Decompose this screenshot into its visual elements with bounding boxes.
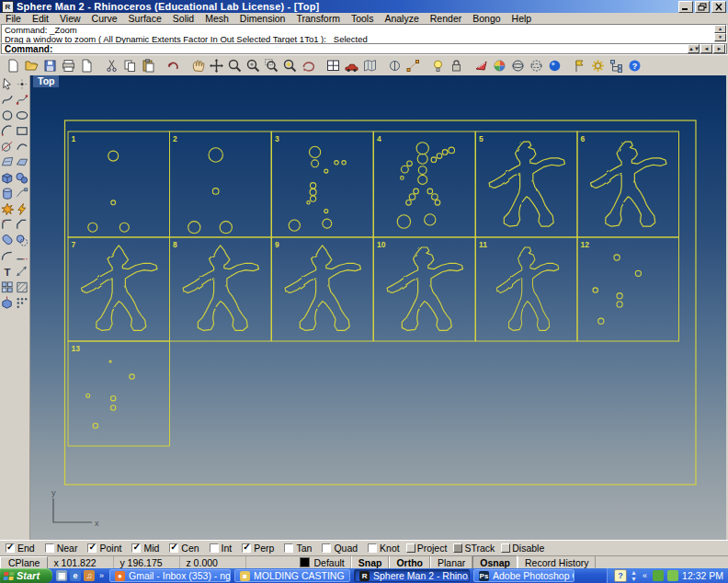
copy-icon[interactable]	[120, 57, 139, 74]
arc-icon[interactable]	[0, 123, 15, 139]
status-toggle-snap[interactable]: Snap	[351, 556, 390, 569]
save-icon[interactable]	[40, 57, 59, 74]
sphere-wire-icon[interactable]	[508, 57, 527, 74]
scroll-up-icon[interactable]: ▲	[714, 25, 726, 33]
left-arrow-icon[interactable]: ◄	[700, 44, 712, 53]
checkbox-int[interactable]	[210, 543, 219, 553]
cut-icon[interactable]	[102, 57, 120, 74]
command-history[interactable]: Command: _ZoomDrag a window to zoom ( Al…	[1, 24, 727, 43]
menu-dimension[interactable]: Dimension	[234, 13, 291, 24]
options-icon[interactable]	[588, 57, 607, 74]
scroll-down-icon[interactable]: ▼	[714, 33, 726, 41]
osnap-button-disable[interactable]: Disable	[501, 543, 544, 554]
array-icon[interactable]	[15, 295, 29, 311]
osnap-perp[interactable]: Perp	[242, 543, 274, 554]
menu-transform[interactable]: Transform	[290, 13, 345, 24]
quick-launch-chevron-icon[interactable]: »	[97, 571, 106, 580]
text-icon[interactable]: T	[0, 264, 15, 280]
collapse-chevron-icon[interactable]: «	[641, 571, 649, 580]
osnap-end[interactable]: End	[6, 543, 35, 554]
viewport-title[interactable]: Top	[33, 75, 59, 87]
sphere-render-icon[interactable]	[545, 57, 563, 74]
menu-file[interactable]: File	[0, 13, 27, 24]
taskbar-task-3[interactable]: RSphere Man 2 - Rhino...	[354, 569, 470, 582]
minimize-button[interactable]	[678, 1, 693, 13]
extrude-icon[interactable]	[0, 295, 15, 311]
color-wheel-icon[interactable]	[490, 57, 508, 74]
union-icon[interactable]	[0, 233, 15, 248]
diff-icon[interactable]	[15, 233, 29, 248]
osnap-knot[interactable]: Knot	[368, 543, 400, 554]
osnap-mid[interactable]: Mid	[131, 543, 159, 554]
taskbar-task-1[interactable]: ●Gmail - Inbox (353) - nge...	[109, 569, 231, 582]
spinner-icon[interactable]: ▲▼	[688, 44, 700, 53]
osnap-button-strack[interactable]: STrack	[453, 543, 495, 554]
sphere-ghost-icon[interactable]	[527, 57, 545, 74]
disable-toggle-icon[interactable]	[501, 543, 510, 553]
right-arrow-icon[interactable]: ►	[713, 44, 725, 53]
project-toggle-icon[interactable]	[406, 543, 415, 553]
background-map-icon[interactable]	[360, 57, 379, 74]
menu-solid[interactable]: Solid	[167, 13, 199, 24]
internet-explorer-icon[interactable]: e	[70, 570, 81, 581]
circle-icon[interactable]	[0, 108, 15, 123]
zoom-window-icon[interactable]	[262, 57, 280, 74]
menu-mesh[interactable]: Mesh	[199, 13, 234, 24]
start-button[interactable]: Start	[0, 568, 52, 583]
spheres-icon[interactable]	[15, 170, 29, 186]
osnap-int[interactable]: Int	[210, 543, 233, 554]
zoom-selected-icon[interactable]	[280, 57, 299, 74]
crv-fillet-icon[interactable]	[0, 248, 15, 264]
bang-icon[interactable]	[15, 201, 29, 217]
taskbar-task-4[interactable]: PsAdobe Photoshop CS4 E...	[473, 569, 574, 582]
undo-icon[interactable]	[164, 57, 182, 74]
checkbox-tan[interactable]	[284, 543, 293, 553]
layer-selector[interactable]: Default	[294, 556, 350, 569]
status-toggle-ortho[interactable]: Ortho	[389, 556, 430, 569]
checkbox-point[interactable]	[87, 543, 97, 553]
patch-icon[interactable]	[0, 154, 15, 170]
checkbox-mid[interactable]	[131, 543, 141, 553]
title-bar[interactable]: R Sphere Man 2 - Rhinoceros (Educational…	[0, 0, 728, 13]
cplane-icon[interactable]	[385, 57, 404, 74]
help-icon[interactable]: ?	[625, 57, 643, 74]
osnap-cen[interactable]: Cen	[169, 543, 199, 554]
menu-view[interactable]: View	[54, 13, 86, 24]
command-history-scrollbar[interactable]: ▲ ▼	[714, 25, 726, 42]
light-icon[interactable]	[428, 57, 447, 74]
hatch-icon[interactable]	[15, 280, 29, 295]
help-tray-icon[interactable]: ?	[614, 569, 627, 582]
osnap-near[interactable]: Near	[45, 543, 78, 554]
green-app-1-icon[interactable]	[653, 570, 664, 581]
arc-c-icon[interactable]	[15, 139, 29, 154]
checkbox-end[interactable]	[6, 543, 15, 553]
chamfer-icon[interactable]	[15, 217, 29, 233]
point-icon[interactable]	[15, 76, 29, 92]
taskbar-task-2[interactable]: ■MOLDING CASTING	[234, 569, 350, 582]
dim-icon[interactable]	[15, 264, 29, 280]
menu-tools[interactable]: Tools	[346, 13, 380, 24]
command-line[interactable]: Command: ▲▼ ◄ ►	[1, 43, 727, 54]
new-icon[interactable]	[4, 57, 22, 74]
menu-bongo[interactable]: Bongo	[467, 13, 506, 24]
rectangle-icon[interactable]	[15, 123, 29, 139]
rotate-view-icon[interactable]	[299, 57, 317, 74]
viewport-layout-icon[interactable]	[324, 57, 342, 74]
checkbox-cen[interactable]	[169, 543, 178, 553]
checkbox-near[interactable]	[45, 543, 54, 553]
shade-icon[interactable]	[472, 57, 490, 74]
box-icon[interactable]	[0, 170, 15, 186]
status-toggle-record-history[interactable]: Record History	[518, 556, 596, 569]
cplane-button[interactable]: CPlane	[0, 556, 48, 569]
green-app-2-icon[interactable]	[667, 570, 678, 581]
menu-surface[interactable]: Surface	[123, 13, 167, 24]
paste-icon[interactable]	[139, 57, 157, 74]
menu-help[interactable]: Help	[506, 13, 538, 24]
updown-icon[interactable]: ▲▼	[631, 569, 637, 582]
menu-edit[interactable]: Edit	[27, 13, 54, 24]
lock-icon[interactable]	[447, 57, 465, 74]
circle-t-icon[interactable]	[0, 139, 15, 154]
checkbox-knot[interactable]	[368, 543, 377, 553]
cylinder-icon[interactable]	[0, 186, 15, 201]
osnap-tan[interactable]: Tan	[284, 543, 312, 554]
